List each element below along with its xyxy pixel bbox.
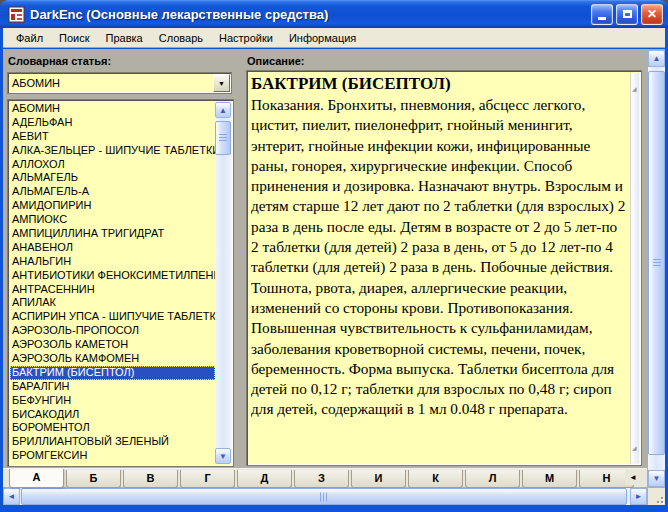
description-text[interactable]: БАКТРИМ (БИСЕПТОЛ) Показания. Бронхиты, … <box>251 73 628 463</box>
list-item[interactable]: АНАВЕНОЛ <box>10 241 215 255</box>
list-item[interactable]: АЭРОЗОЛЬ КАМФОМЕН <box>10 352 215 366</box>
list-item[interactable]: АНТИБИОТИКИ ФЕНОКСИМЕТИЛПЕНИ <box>10 269 215 283</box>
alphabet-tab[interactable]: Л <box>465 470 520 488</box>
list-item[interactable]: БРОМКАМФОРА <box>10 463 215 464</box>
list-item[interactable]: БИСАКОДИЛ <box>10 408 215 422</box>
vscrollbar-thumb[interactable] <box>648 71 665 455</box>
alphabet-tabstrip: АБВГДЗИКЛМН <box>3 468 647 487</box>
description-box: БАКТРИМ (БИСЕПТОЛ) Показания. Бронхиты, … <box>246 70 642 466</box>
list-item[interactable]: АЕВИТ <box>10 130 215 144</box>
app-icon <box>8 6 25 23</box>
list-item[interactable]: АМПИОКС <box>10 213 215 227</box>
drug-list: АБОМИНАДЕЛЬФАНАЕВИТАЛКА-ЗЕЛЬЦЕР - ШИПУЧИ… <box>10 102 215 464</box>
list-scrollbar[interactable]: ▲ ▼ <box>215 102 231 464</box>
scroll-up-icon[interactable]: ▲ <box>215 102 231 118</box>
scroll-right-icon[interactable]: ► <box>630 488 647 505</box>
close-icon: ✕ <box>647 8 657 20</box>
chevron-down-icon: ▼ <box>218 80 225 87</box>
article-body: Показания. Бронхиты, пневмония, абсцесс … <box>251 95 628 420</box>
resize-grip[interactable] <box>648 488 665 505</box>
maximize-icon <box>623 10 632 18</box>
thumb-grip <box>320 492 328 501</box>
thumb-grip <box>219 134 227 142</box>
scroll-up-icon[interactable]: ▲ <box>648 50 665 67</box>
list-item[interactable]: АЛЬМАГЕЛЬ-А <box>10 185 215 199</box>
menu-bar: ФайлПоискПравкаСловарьНастройкиИнформаци… <box>3 28 665 48</box>
entry-combobox[interactable]: АБОМИН ▼ <box>7 72 232 94</box>
alphabet-tab[interactable]: А <box>9 469 64 488</box>
list-item[interactable]: АМПИЦИЛЛИНА ТРИГИДРАТ <box>10 227 215 241</box>
description-label: Описание: <box>247 55 305 67</box>
menu-item[interactable]: Поиск <box>51 29 97 47</box>
list-item[interactable]: АСПИРИН УПСА - ШИПУЧИЕ ТАБЛЕТК <box>10 310 215 324</box>
minimize-icon <box>598 17 606 20</box>
list-item[interactable]: АБОМИН <box>10 102 215 116</box>
alphabet-tab[interactable]: Д <box>237 470 292 488</box>
description-scrollbar[interactable]: ◢ ◢ <box>630 73 639 463</box>
menu-item[interactable]: Настройки <box>211 29 281 47</box>
alphabet-tab[interactable]: М <box>522 470 577 488</box>
window-vertical-scrollbar[interactable]: ▲ ▼ <box>648 50 665 487</box>
list-item[interactable]: АНАЛЬГИН <box>10 255 215 269</box>
menu-item[interactable]: Информация <box>281 29 364 47</box>
entry-combobox-value: АБОМИН <box>8 77 213 89</box>
list-item[interactable]: АЛКА-ЗЕЛЬЦЕР - ШИПУЧИЕ ТАБЛЕТКИ <box>10 144 215 158</box>
combobox-dropdown-button[interactable]: ▼ <box>213 74 230 92</box>
client-area: Словарная статья: АБОМИН ▼ АБОМИНАДЕЛЬФА… <box>3 49 665 505</box>
triangle-left-icon: ◄ <box>629 473 637 482</box>
title-bar[interactable]: DarkEnc (Основные лекарственные средства… <box>0 0 668 28</box>
minimize-button[interactable] <box>591 4 613 25</box>
drug-listbox: АБОМИНАДЕЛЬФАНАЕВИТАЛКА-ЗЕЛЬЦЕР - ШИПУЧИ… <box>7 99 234 467</box>
list-item[interactable]: АЭРОЗОЛЬ КАМЕТОН <box>10 338 215 352</box>
thumb-grip <box>653 259 661 267</box>
scroll-mark-icon: ◢ <box>632 444 637 451</box>
alphabet-tab[interactable]: Б <box>66 470 121 488</box>
list-item[interactable]: БРИЛЛИАНТОВЫЙ ЗЕЛЕНЫЙ <box>10 435 215 449</box>
close-button[interactable]: ✕ <box>641 4 663 25</box>
list-item[interactable]: БАРАЛГИН <box>10 380 215 394</box>
scroll-mark-icon: ◢ <box>632 85 637 92</box>
list-item[interactable]: АДЕЛЬФАН <box>10 116 215 130</box>
menu-item[interactable]: Файл <box>8 29 51 47</box>
list-item[interactable]: БОРОМЕНТОЛ <box>10 421 215 435</box>
menu-item[interactable]: Правка <box>98 29 151 47</box>
list-item[interactable]: АЭРОЗОЛЬ-ПРОПОСОЛ <box>10 324 215 338</box>
list-item[interactable]: БЕФУНГИН <box>10 394 215 408</box>
list-item[interactable]: АНТРАСЕННИН <box>10 283 215 297</box>
window-title: DarkEnc (Основные лекарственные средства… <box>30 7 591 22</box>
list-item[interactable]: БАКТРИМ (БИСЕПТОЛ) <box>10 366 215 380</box>
alphabet-tab[interactable]: Г <box>180 470 235 488</box>
maximize-button[interactable] <box>616 4 638 25</box>
article-title: БАКТРИМ (БИСЕПТОЛ) <box>251 73 628 95</box>
alphabet-tab[interactable]: И <box>351 470 406 488</box>
window-horizontal-scrollbar[interactable]: ◄ ► <box>3 488 647 505</box>
list-scrollbar-thumb[interactable] <box>215 121 231 155</box>
alphabet-tab[interactable]: К <box>408 470 463 488</box>
alphabet-tab[interactable]: З <box>294 470 349 488</box>
list-item[interactable]: АЛЬМАГЕЛЬ <box>10 171 215 185</box>
list-item[interactable]: АМИДОПИРИН <box>10 199 215 213</box>
list-item[interactable]: АПИЛАК <box>10 296 215 310</box>
app-window: DarkEnc (Основные лекарственные средства… <box>0 0 668 512</box>
list-item[interactable]: АЛЛОХОЛ <box>10 158 215 172</box>
list-item[interactable]: БРОМГЕКСИН <box>10 449 215 463</box>
scroll-down-icon[interactable]: ▼ <box>648 470 665 487</box>
menu-item[interactable]: Словарь <box>151 29 211 47</box>
alphabet-tab[interactable]: В <box>123 470 178 488</box>
dictionary-entry-label: Словарная статья: <box>8 55 111 67</box>
hscrollbar-thumb[interactable] <box>21 488 627 505</box>
scroll-left-icon[interactable]: ◄ <box>3 488 20 505</box>
list-scrollbar-track[interactable] <box>215 118 231 448</box>
scroll-down-icon[interactable]: ▼ <box>215 448 231 464</box>
tab-scroll-left-button[interactable]: ◄ <box>625 470 641 485</box>
